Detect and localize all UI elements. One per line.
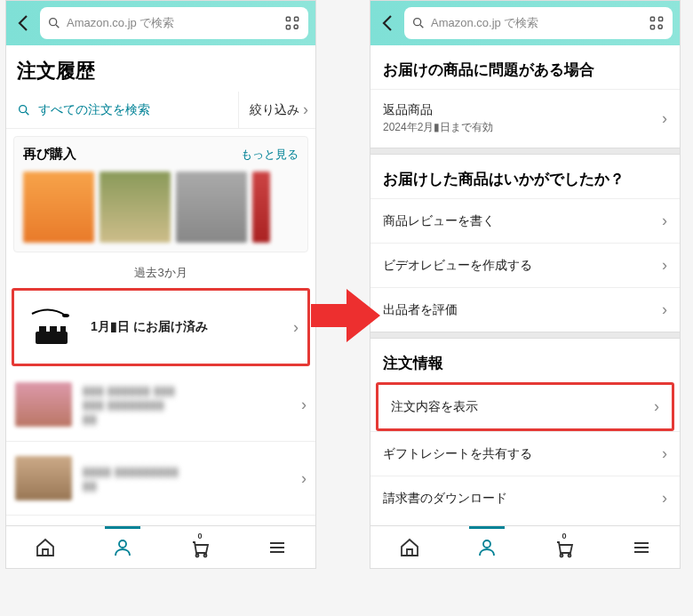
- view-order-details-row[interactable]: 注文内容を表示 ›: [376, 382, 674, 431]
- chevron-right-icon: ›: [301, 469, 307, 488]
- search-placeholder: Amazon.co.jp で検索: [431, 15, 642, 31]
- svg-point-11: [119, 540, 126, 548]
- video-review-row[interactable]: ビデオレビューを作成する ›: [370, 243, 680, 287]
- svg-point-5: [20, 105, 27, 112]
- section-problem-title: お届けの商品に問題がある場合: [370, 45, 680, 89]
- search-filter-row: すべての注文を検索 絞り込み ›: [6, 92, 315, 129]
- filter-label: 絞り込み: [250, 102, 299, 118]
- share-gift-receipt-row[interactable]: ギフトレシートを共有する ›: [370, 431, 680, 476]
- buy-again-item[interactable]: [100, 172, 171, 243]
- filter-button[interactable]: 絞り込み ›: [238, 92, 315, 128]
- return-item-label: 返品商品: [383, 102, 662, 118]
- nav-account[interactable]: [84, 526, 161, 568]
- svg-rect-8: [39, 326, 46, 333]
- buy-again-items: [23, 172, 299, 243]
- cart-count: 0: [198, 532, 203, 540]
- order-history-screen: Amazon.co.jp で検索 注文履歴 すべての注文を検索 絞り込み › 再…: [5, 0, 316, 569]
- buy-again-item[interactable]: [252, 172, 270, 243]
- svg-point-13: [203, 554, 206, 556]
- buy-again-section: 再び購入 もっと見る: [13, 136, 308, 252]
- svg-rect-10: [60, 326, 66, 333]
- search-box[interactable]: Amazon.co.jp で検索: [40, 7, 308, 39]
- svg-rect-16: [659, 17, 663, 20]
- chevron-right-icon: ›: [662, 489, 667, 508]
- svg-rect-2: [295, 17, 299, 20]
- nav-menu[interactable]: [238, 526, 315, 568]
- order-row-delivered[interactable]: 1月▮日 にお届け済み ›: [12, 288, 310, 366]
- write-review-label: 商品レビューを書く: [383, 213, 662, 229]
- svg-rect-7: [36, 332, 68, 344]
- search-icon: [47, 16, 61, 30]
- rate-seller-label: 出品者を評価: [383, 302, 662, 318]
- back-button[interactable]: [13, 12, 35, 34]
- order-status-text: 1月▮日 にお届け済み: [91, 319, 283, 335]
- svg-point-4: [294, 25, 298, 28]
- camera-lens-icon[interactable]: [648, 14, 665, 32]
- svg-point-20: [560, 554, 562, 556]
- rate-seller-row[interactable]: 出品者を評価 ›: [370, 287, 680, 332]
- return-item-sub: 2024年2月▮日まで有効: [383, 120, 662, 135]
- search-placeholder: Amazon.co.jp で検索: [67, 15, 278, 31]
- nav-menu[interactable]: [602, 526, 680, 568]
- nav-home[interactable]: [370, 526, 448, 568]
- nav-home[interactable]: [6, 526, 84, 568]
- video-review-label: ビデオレビューを作成する: [383, 258, 662, 274]
- chevron-right-icon: ›: [301, 396, 307, 414]
- period-label: 過去3か月: [6, 260, 315, 286]
- search-orders-input[interactable]: すべての注文を検索: [6, 93, 238, 127]
- svg-rect-17: [650, 26, 654, 29]
- chevron-right-icon: ›: [293, 318, 299, 337]
- order-detail-screen: Amazon.co.jp で検索 お届けの商品に問題がある場合 返品商品 202…: [370, 0, 681, 569]
- top-bar: Amazon.co.jp で検索: [6, 1, 315, 45]
- svg-rect-15: [650, 17, 654, 20]
- flow-arrow-icon: [311, 284, 382, 347]
- svg-point-6: [62, 314, 69, 317]
- buy-again-title: 再び購入: [23, 146, 76, 163]
- section-divider: [370, 148, 680, 155]
- share-gift-label: ギフトレシートを共有する: [383, 446, 662, 462]
- search-icon: [17, 103, 31, 117]
- nav-cart[interactable]: 0: [161, 526, 238, 568]
- chevron-right-icon: ›: [662, 300, 667, 319]
- svg-rect-3: [286, 26, 290, 29]
- chevron-right-icon: ›: [662, 109, 667, 128]
- back-button[interactable]: [378, 12, 399, 34]
- buy-again-item[interactable]: [23, 172, 94, 243]
- order-row[interactable]: ▮▮▮ ▮▮▮▮▮▮ ▮▮▮▮▮▮ ▮▮▮▮▮▮▮▮▮▮ ›: [6, 368, 315, 442]
- buy-again-item[interactable]: [176, 172, 247, 243]
- svg-point-12: [195, 554, 198, 556]
- chevron-right-icon: ›: [662, 444, 667, 463]
- section-orderinfo-title: 注文情報: [370, 339, 680, 382]
- top-bar: Amazon.co.jp で検索: [370, 1, 680, 45]
- svg-point-14: [414, 19, 421, 26]
- camera-lens-icon[interactable]: [283, 14, 301, 32]
- cart-count: 0: [562, 532, 567, 540]
- order-text-blurred: ▮▮▮▮ ▮▮▮▮▮▮▮▮▮▮▮: [83, 464, 291, 492]
- chevron-right-icon: ›: [654, 397, 659, 416]
- view-order-label: 注文内容を表示: [391, 399, 654, 415]
- svg-point-19: [483, 540, 490, 548]
- download-invoice-label: 請求書のダウンロード: [383, 491, 662, 507]
- nav-account[interactable]: [448, 526, 525, 568]
- order-thumbnail: [15, 456, 72, 500]
- order-thumbnail: [23, 305, 80, 349]
- chevron-right-icon: ›: [662, 256, 667, 275]
- search-orders-label: すべての注文を検索: [38, 102, 150, 118]
- chevron-right-icon: ›: [303, 100, 308, 119]
- buy-again-more-link[interactable]: もっと見る: [241, 147, 299, 163]
- svg-point-18: [658, 25, 662, 28]
- download-invoice-row[interactable]: 請求書のダウンロード ›: [370, 476, 680, 520]
- svg-point-21: [568, 554, 570, 556]
- order-row[interactable]: ▮▮▮▮ ▮▮▮▮▮▮▮▮▮▮▮ ›: [6, 442, 315, 516]
- write-review-row[interactable]: 商品レビューを書く ›: [370, 198, 680, 243]
- return-item-row[interactable]: 返品商品 2024年2月▮日まで有効 ›: [370, 89, 680, 148]
- section-feedback-title: お届けした商品はいかがでしたか？: [370, 155, 680, 198]
- section-divider: [370, 332, 680, 339]
- nav-cart[interactable]: 0: [525, 526, 602, 568]
- search-box[interactable]: Amazon.co.jp で検索: [404, 7, 673, 39]
- bottom-nav: 0: [370, 525, 680, 568]
- svg-point-0: [50, 19, 57, 26]
- search-icon: [411, 16, 426, 30]
- svg-rect-1: [286, 17, 290, 20]
- order-thumbnail: [15, 382, 72, 427]
